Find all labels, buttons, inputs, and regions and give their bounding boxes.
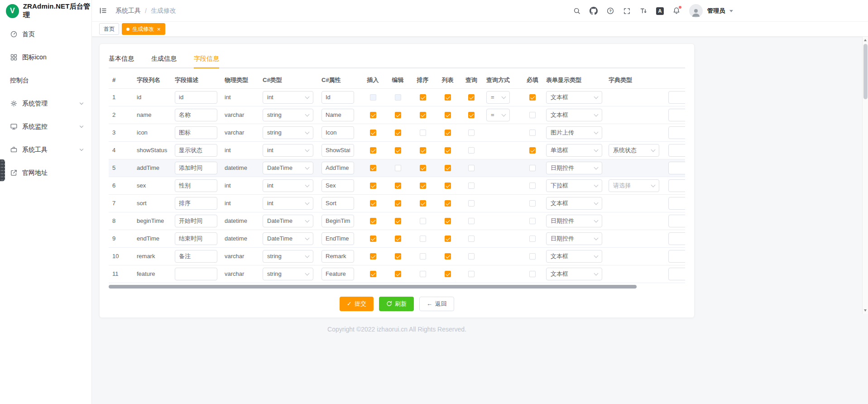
query-checkbox[interactable] — [468, 147, 475, 154]
csharp-attr-input[interactable] — [321, 109, 354, 121]
tag-active[interactable]: 生成修改 × — [122, 23, 165, 35]
query-checkbox[interactable] — [468, 218, 475, 224]
sort-checkbox[interactable] — [420, 112, 426, 118]
clipped-input[interactable] — [668, 162, 685, 174]
submit-button[interactable]: ✓ 提交 — [340, 297, 374, 311]
edit-checkbox[interactable] — [395, 130, 401, 136]
required-checkbox[interactable] — [529, 253, 536, 260]
clipped-input[interactable] — [668, 126, 685, 139]
sort-checkbox[interactable] — [420, 271, 426, 277]
sidebar-item-home[interactable]: 首页 — [0, 23, 91, 46]
avatar[interactable] — [689, 4, 703, 18]
query-checkbox[interactable] — [468, 112, 475, 118]
list-checkbox[interactable] — [445, 112, 451, 118]
required-checkbox[interactable] — [529, 236, 536, 242]
list-checkbox[interactable] — [445, 147, 451, 154]
sidebar-item-console[interactable]: 控制台 — [0, 69, 91, 92]
insert-checkbox[interactable] — [370, 147, 376, 154]
csharp-attr-input[interactable] — [321, 268, 354, 280]
csharp-attr-input[interactable] — [321, 126, 354, 139]
sort-checkbox[interactable] — [420, 147, 426, 154]
insert-checkbox[interactable] — [370, 165, 376, 171]
form-display-type-select[interactable]: 日期控件 — [546, 215, 602, 227]
form-display-type-select[interactable]: 单选框 — [546, 144, 602, 157]
csharp-attr-input[interactable] — [321, 91, 354, 104]
insert-checkbox[interactable] — [370, 130, 376, 136]
list-checkbox[interactable] — [445, 130, 451, 136]
insert-checkbox[interactable] — [370, 94, 376, 101]
list-checkbox[interactable] — [445, 253, 451, 260]
query-checkbox[interactable] — [468, 271, 475, 277]
sidebar-fold-icon[interactable] — [99, 6, 107, 15]
username[interactable]: 管理员 — [707, 7, 725, 15]
field-desc-input[interactable] — [175, 162, 217, 174]
fullscreen-icon[interactable] — [623, 7, 631, 15]
vertical-scrollbar[interactable] — [862, 37, 868, 314]
query-checkbox[interactable] — [468, 200, 475, 207]
github-icon[interactable] — [590, 7, 598, 15]
list-checkbox[interactable] — [445, 218, 451, 224]
clipped-input[interactable] — [668, 268, 685, 280]
required-checkbox[interactable] — [529, 183, 536, 189]
sidebar-item-official-site[interactable]: 官网地址 — [0, 161, 91, 184]
field-desc-input[interactable] — [175, 250, 217, 263]
insert-checkbox[interactable] — [370, 112, 376, 118]
horizontal-scrollbar-thumb[interactable] — [109, 285, 637, 289]
sort-checkbox[interactable] — [420, 200, 426, 207]
field-desc-input[interactable] — [175, 268, 217, 280]
sidebar-item-system-manage[interactable]: 系统管理 — [0, 92, 91, 115]
insert-checkbox[interactable] — [370, 236, 376, 242]
caret-down-icon[interactable] — [729, 10, 733, 12]
sort-checkbox[interactable] — [420, 130, 426, 136]
csharp-type-select[interactable]: int — [263, 197, 313, 210]
edit-checkbox[interactable] — [395, 200, 401, 207]
csharp-type-select[interactable]: DateTime — [263, 162, 313, 174]
edit-checkbox[interactable] — [395, 112, 401, 118]
form-display-type-select[interactable]: 文本框 — [546, 197, 602, 210]
required-checkbox[interactable] — [529, 165, 536, 171]
csharp-attr-input[interactable] — [321, 232, 354, 245]
edit-checkbox[interactable] — [395, 271, 401, 277]
edit-checkbox[interactable] — [395, 253, 401, 260]
tag-close-icon[interactable]: × — [157, 26, 161, 32]
form-display-type-select[interactable]: 文本框 — [546, 109, 602, 121]
sidebar-item-system-monitor[interactable]: 系统监控 — [0, 115, 91, 138]
edit-checkbox[interactable] — [395, 218, 401, 224]
field-desc-input[interactable] — [175, 179, 217, 192]
query-checkbox[interactable] — [468, 236, 475, 242]
query-type-select[interactable]: = — [486, 91, 510, 104]
form-display-type-select[interactable]: 下拉框 — [546, 179, 602, 192]
sidebar-item-icons[interactable]: 图标icon — [0, 46, 91, 69]
search-icon[interactable] — [573, 7, 581, 15]
field-desc-input[interactable] — [175, 144, 217, 157]
csharp-attr-input[interactable] — [321, 250, 354, 263]
clipped-input[interactable] — [668, 215, 685, 227]
clipped-input[interactable] — [668, 232, 685, 245]
required-checkbox[interactable] — [529, 218, 536, 224]
csharp-type-select[interactable]: string — [263, 250, 313, 263]
sort-checkbox[interactable] — [420, 236, 426, 242]
query-checkbox[interactable] — [468, 130, 475, 136]
csharp-type-select[interactable]: int — [263, 91, 313, 104]
list-checkbox[interactable] — [445, 183, 451, 189]
query-checkbox[interactable] — [468, 94, 475, 101]
edit-checkbox[interactable] — [395, 147, 401, 154]
csharp-type-select[interactable]: string — [263, 268, 313, 280]
tab-basic-info[interactable]: 基本信息 — [109, 50, 134, 68]
query-checkbox[interactable] — [468, 183, 475, 189]
csharp-attr-input[interactable] — [321, 179, 354, 192]
required-checkbox[interactable] — [529, 130, 536, 136]
clipped-input[interactable] — [668, 179, 685, 192]
edit-checkbox[interactable] — [395, 165, 401, 171]
form-display-type-select[interactable]: 日期控件 — [546, 162, 602, 174]
sort-checkbox[interactable] — [420, 165, 426, 171]
scroll-up-arrow[interactable] — [863, 37, 868, 43]
form-display-type-select[interactable]: 日期控件 — [546, 232, 602, 245]
list-checkbox[interactable] — [445, 165, 451, 171]
list-checkbox[interactable] — [445, 271, 451, 277]
dict-type-select[interactable]: 系统状态 — [609, 144, 659, 157]
list-checkbox[interactable] — [445, 236, 451, 242]
field-desc-input[interactable] — [175, 91, 217, 104]
refresh-button[interactable]: 刷新 — [379, 297, 414, 311]
insert-checkbox[interactable] — [370, 271, 376, 277]
